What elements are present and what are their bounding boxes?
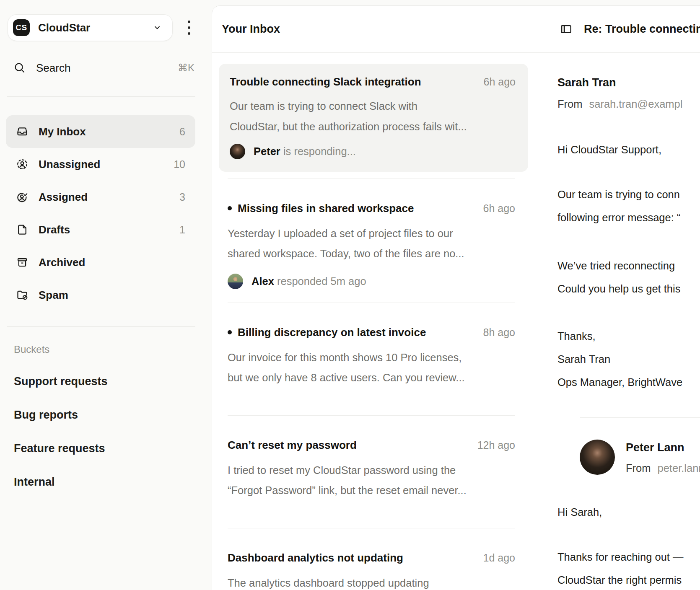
sidebar-divider <box>7 326 195 327</box>
sidebar-item-archived[interactable]: Archived <box>6 246 195 279</box>
chevron-down-icon <box>152 23 162 33</box>
conversation-title: Trouble connecting Slack integration <box>230 75 421 88</box>
conversation-timestamp: 1d ago <box>475 552 515 564</box>
conversation-list-column: Your Inbox Trouble connecting Slack inte… <box>212 6 535 590</box>
sidebar-item-label: Archived <box>39 256 85 269</box>
conversation-item-selected[interactable]: Trouble connecting Slack integration 6h … <box>219 64 528 172</box>
sidebar-item-label: Drafts <box>39 223 70 236</box>
message-paragraph: Our team is trying to conn following err… <box>557 183 700 229</box>
sidebar-item-label: My Inbox <box>39 125 86 138</box>
archive-icon <box>16 256 29 269</box>
conversation-timestamp: 6h ago <box>475 202 515 215</box>
page-title: Your Inbox <box>222 23 280 36</box>
assigned-icon <box>16 191 29 203</box>
sidebar-item-feature-requests[interactable]: Feature requests <box>0 432 201 465</box>
sidebar-item-label: Assigned <box>39 191 88 204</box>
sidebar-item-label: Spam <box>39 289 68 302</box>
sidebar-item-count: 1 <box>179 224 185 236</box>
message-sender-block: Peter Lann From peter.lann@ <box>580 440 700 476</box>
buckets-heading: Buckets <box>14 344 201 355</box>
sidebar-item-unassigned[interactable]: Unassigned 10 <box>6 148 195 181</box>
sidebar-item-drafts[interactable]: Drafts 1 <box>6 213 195 246</box>
sidebar-item-count: 6 <box>179 126 185 138</box>
conversation-timestamp: 6h ago <box>475 76 516 88</box>
message-paragraph: Hi Sarah, <box>557 501 700 524</box>
drafts-icon <box>16 223 29 236</box>
message-divider <box>580 417 700 418</box>
workspace-name: CloudStar <box>38 21 144 34</box>
toggle-sidebar-icon[interactable] <box>560 23 573 36</box>
sidebar-item-internal[interactable]: Internal <box>0 465 201 499</box>
thread-body: Sarah Tran From sarah.tran@exampl Hi Clo… <box>535 53 700 590</box>
search-label: Search <box>36 62 168 75</box>
conversation-item[interactable]: Dashboard analytics not updating 1d ago … <box>219 528 528 590</box>
conversation-title: Missing files in shared workspace <box>238 202 414 215</box>
conversation-timestamp: 8h ago <box>475 326 515 339</box>
search-shortcut: ⌘K <box>178 62 194 74</box>
conversation-preview: Our team is trying to connect Slack with… <box>230 96 516 137</box>
workspace-row: CS CloudStar <box>8 14 201 41</box>
conversation-title: Can’t reset my password <box>228 439 357 452</box>
conversation-preview: Yesterday I uploaded a set of project fi… <box>228 223 515 264</box>
sidebar-divider <box>7 96 195 97</box>
unread-dot <box>228 330 232 334</box>
more-options-button[interactable] <box>185 18 193 37</box>
workspace-logo: CS <box>13 19 30 36</box>
thread-header: Re: Trouble connecting Slack integration <box>535 6 700 53</box>
avatar <box>230 144 245 159</box>
sender-name: Peter Lann <box>626 441 700 455</box>
unassigned-icon <box>16 158 29 171</box>
sidebar-item-label: Unassigned <box>39 158 100 171</box>
message-paragraph: We’ve tried reconnecting Could you help … <box>557 254 700 300</box>
thread-title: Re: Trouble connecting Slack integration <box>584 23 700 36</box>
sender-email: peter.lann@ <box>658 462 700 476</box>
inbox-icon <box>16 125 29 138</box>
spam-icon <box>16 289 29 301</box>
conversation-preview: Our invoice for this month shows 10 Pro … <box>228 347 515 388</box>
sender-email: sarah.tran@exampl <box>589 98 683 111</box>
conversation-preview: I tried to reset my CloudStar password u… <box>228 460 515 500</box>
thread-column: Re: Trouble connecting Slack integration… <box>535 6 700 590</box>
sidebar-item-spam[interactable]: Spam <box>6 279 195 311</box>
bucket-list: Support requests Bug reports Feature req… <box>0 365 201 499</box>
sender-from-row: From peter.lann@ <box>626 462 700 476</box>
sidebar-item-count: 10 <box>174 158 185 171</box>
avatar <box>580 440 615 475</box>
conversation-status: Peter is responding... <box>230 144 516 159</box>
search-input[interactable]: Search ⌘K <box>13 60 194 76</box>
sidebar-item-bug-reports[interactable]: Bug reports <box>0 398 201 432</box>
conversation-item[interactable]: Missing files in shared workspace 6h ago… <box>219 179 528 296</box>
sidebar-item-assigned[interactable]: Assigned 3 <box>6 181 195 213</box>
sidebar-nav: My Inbox 6 Unassigned 10 <box>0 115 201 311</box>
search-icon <box>13 62 26 74</box>
sidebar-item-support-requests[interactable]: Support requests <box>0 365 201 398</box>
sender-from-row: From sarah.tran@exampl <box>557 98 700 111</box>
conversation-item[interactable]: Can’t reset my password 12h ago I tried … <box>219 416 528 521</box>
conversation-item[interactable]: Billing discrepancy on latest invoice 8h… <box>219 303 528 409</box>
unread-dot <box>228 206 232 210</box>
conversation-title: Billing discrepancy on latest invoice <box>238 326 426 339</box>
conversation-status: Alex responded 5m ago <box>228 274 515 289</box>
message-paragraph: Thanks for reaching out — CloudStar the … <box>557 546 700 590</box>
main-panel: Your Inbox Trouble connecting Slack inte… <box>212 5 700 590</box>
avatar <box>228 274 243 289</box>
message-signature: Thanks, Sarah Tran Ops Manager, BrightWa… <box>557 325 700 394</box>
sidebar-item-my-inbox[interactable]: My Inbox 6 <box>6 115 195 148</box>
inbox-header: Your Inbox <box>212 6 535 53</box>
conversation-list: Trouble connecting Slack integration 6h … <box>212 53 535 590</box>
sidebar-item-count: 3 <box>179 191 185 203</box>
conversation-timestamp: 12h ago <box>469 439 515 451</box>
sender-name: Sarah Tran <box>557 76 700 90</box>
message-paragraph: Hi CloudStar Support, <box>557 138 700 161</box>
conversation-preview: The analytics dashboard stopped updating… <box>228 573 515 590</box>
workspace-switcher[interactable]: CS CloudStar <box>8 14 173 41</box>
sidebar: CS CloudStar Search ⌘K My Inbox 6 <box>0 0 201 590</box>
conversation-title: Dashboard analytics not updating <box>228 551 403 564</box>
